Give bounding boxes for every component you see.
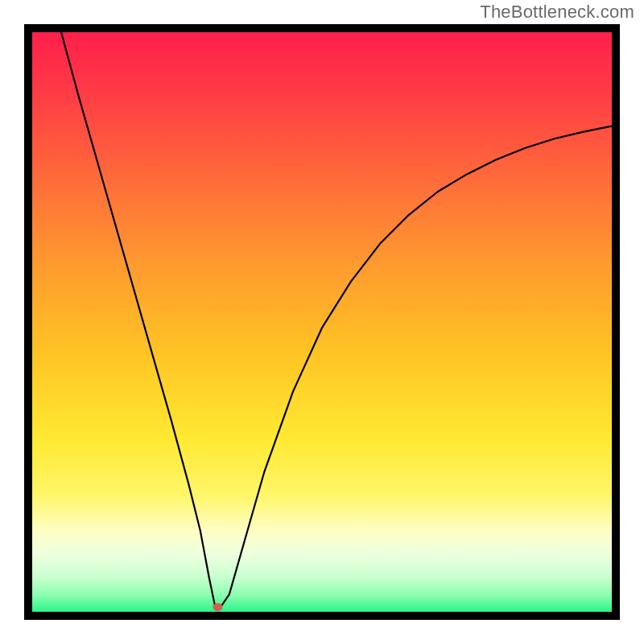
chart-frame — [24, 24, 620, 620]
chart-wrapper: TheBottleneck.com — [0, 0, 644, 644]
plot-area — [32, 32, 612, 612]
minimum-marker — [213, 603, 222, 611]
gradient-background — [32, 32, 612, 612]
chart-svg — [32, 32, 612, 612]
watermark-text: TheBottleneck.com — [480, 2, 634, 23]
